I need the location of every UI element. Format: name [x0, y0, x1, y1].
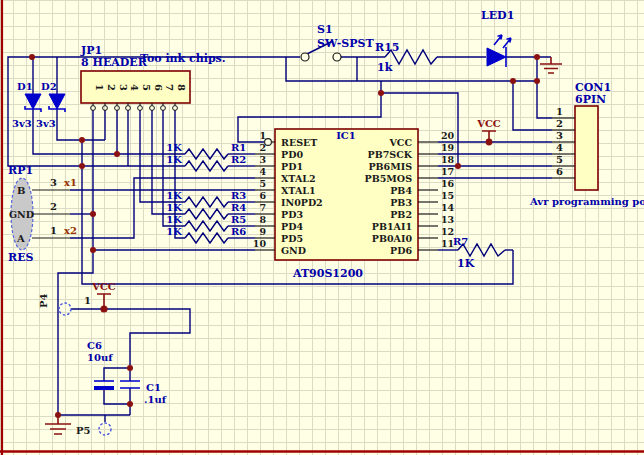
ic1-pin-name: PB3 — [390, 197, 412, 208]
r6-ref: R6 — [231, 226, 246, 237]
d2-ref: D2 — [41, 81, 57, 92]
schematic-sheet: 1 2 3 4 5 6 7 8 JP1 8 HEADER Too ink chi… — [0, 0, 644, 455]
ic1-pin-num: 5 — [259, 178, 266, 189]
con1-pin-num: 3 — [556, 130, 563, 141]
p5-label: P5 — [76, 425, 91, 436]
rp1-ref: RP1 — [8, 164, 33, 177]
ic1-pin-num: 4 — [259, 166, 266, 177]
ic1-pin-num: 2 — [259, 142, 266, 153]
r2-value: 1K — [166, 154, 182, 165]
c6-ref: C6 — [87, 340, 102, 351]
vcc-label-bottom: VCC — [91, 281, 116, 292]
ic1-part: AT90S1200 — [292, 267, 363, 280]
rp1-pin-num-3: 3 — [50, 177, 57, 188]
r5-ref: R5 — [231, 214, 246, 225]
p4-pin-num: 1 — [84, 295, 91, 306]
jp1-type: 8 HEADER — [81, 56, 148, 69]
c1-capacitor: C1 .1uf — [120, 381, 167, 405]
r4-ref: R4 — [231, 202, 246, 213]
jp1-pin-label: 3 — [118, 84, 129, 91]
r3-value: 1K — [166, 190, 182, 201]
rp1-pin-num-2: 2 — [50, 201, 57, 212]
ic1-pin-name: PD0 — [281, 149, 303, 160]
c1-value: .1uf — [144, 394, 167, 405]
vcc-symbol-bottom: VCC — [91, 281, 116, 309]
jp1-pin-label: 7 — [164, 84, 175, 91]
ic1-pin-name: PB2 — [390, 209, 412, 220]
ic1-pin-num: 13 — [441, 214, 454, 225]
ic1-pin-name: PB7SCK — [368, 149, 413, 160]
ic1-pin-num: 6 — [259, 190, 266, 201]
ic1-pin-name: PB5MOS — [365, 173, 413, 184]
con1-pin-num: 1 — [556, 106, 563, 117]
con1-type: 6PIN — [575, 93, 606, 106]
ic1-pin-num: 9 — [259, 226, 266, 237]
led1-ref: LED1 — [481, 9, 514, 22]
ic1-pin-name: VCC — [389, 137, 413, 148]
r6-value: 1K — [166, 226, 182, 237]
net-label-x1: x1 — [64, 177, 77, 188]
d1-value: 3v3 — [12, 118, 32, 129]
ic1-pin-name: XTAL1 — [281, 185, 316, 196]
r7-value: 1K — [457, 257, 475, 270]
ic1-pin-name: PD1 — [281, 161, 303, 172]
ic1-pin-num: 7 — [259, 202, 266, 213]
ic1-ref: IC1 — [336, 130, 356, 141]
jp1-pin-label: 4 — [129, 84, 140, 91]
ic1-pin-name: PD6 — [390, 245, 412, 256]
d1-ref: D1 — [17, 81, 33, 92]
ic1-pin-num: 10 — [253, 238, 267, 249]
d2-diode: D2 3v3 — [36, 81, 65, 129]
con1-pin-num: 5 — [556, 154, 563, 165]
ic1-pin-name: PB4 — [390, 185, 412, 196]
ic1-pin-name: PB0AI0 — [372, 233, 413, 244]
ic1-pin-name: XTAL2 — [281, 173, 316, 184]
s1-switch: S1 SW-SPST — [301, 23, 374, 61]
con1-caption: Avr programming port — [529, 196, 644, 207]
vcc-label-top: VCC — [476, 118, 501, 129]
p4-label: P4 — [38, 293, 49, 308]
ic1-pin-num: 18 — [441, 154, 455, 165]
ground-symbol-top-right — [540, 57, 562, 73]
r15-ref: R15 — [375, 41, 399, 54]
rp1-pin-a: A — [16, 233, 25, 244]
led1: LED1 — [481, 9, 514, 67]
s1-ref: S1 — [317, 23, 333, 36]
jp1-pin-label: 1 — [94, 84, 105, 91]
ic1-pin-name: PD3 — [281, 209, 303, 220]
ic1-pin-num: 14 — [441, 202, 455, 213]
ic1-pin-name: RESET — [281, 137, 317, 148]
jp1-pin-label: 8 — [176, 84, 187, 91]
rp1-pin-b: B — [17, 185, 25, 196]
r3-ref: R3 — [231, 190, 246, 201]
r15-value: 1k — [377, 61, 393, 74]
con1-pin-num: 2 — [556, 118, 563, 129]
ic1-pin-name: PB1AI1 — [372, 221, 412, 232]
rp1-sub: RES — [8, 251, 34, 264]
p5-port: P5 — [76, 423, 111, 436]
ic1-pin-name: GND — [281, 245, 306, 256]
c6-value: 10uf — [87, 352, 113, 363]
r2-ref: R2 — [231, 154, 246, 165]
ic1-pin-num: 16 — [441, 178, 455, 189]
rp1-pin-num-1: 1 — [50, 225, 57, 236]
d2-value: 3v3 — [36, 118, 56, 129]
con1-pin-num: 4 — [556, 142, 563, 153]
jp1-pin-label: 2 — [106, 84, 117, 91]
con1-connector: 1 2 3 4 5 6 CON1 6PIN Avr programming po… — [529, 81, 644, 207]
jp1-pin-label: 6 — [153, 84, 164, 91]
schematic-canvas: 1 2 3 4 5 6 7 8 JP1 8 HEADER Too ink chi… — [0, 0, 644, 455]
ic1-pin-num: 3 — [259, 154, 266, 165]
ic1-pin-num: 1 — [259, 130, 266, 141]
s1-type: SW-SPST — [317, 37, 374, 50]
c6-capacitor: C6 10uf — [87, 340, 114, 390]
vcc-symbol-top: VCC — [476, 118, 501, 142]
ic1-pin-name: PD4 — [281, 221, 303, 232]
ic1-pin-num: 8 — [259, 214, 266, 225]
r1-value: 1K — [166, 142, 182, 153]
ic1-pin-name: PB6MIS — [368, 161, 412, 172]
rp1-resonator: RP1 RES B GND A 3 2 1 x1 x2 — [8, 164, 77, 264]
c1-ref: C1 — [146, 382, 161, 393]
jp1-pin-label: 5 — [141, 84, 152, 91]
ic1-pin-num: 19 — [441, 142, 455, 153]
